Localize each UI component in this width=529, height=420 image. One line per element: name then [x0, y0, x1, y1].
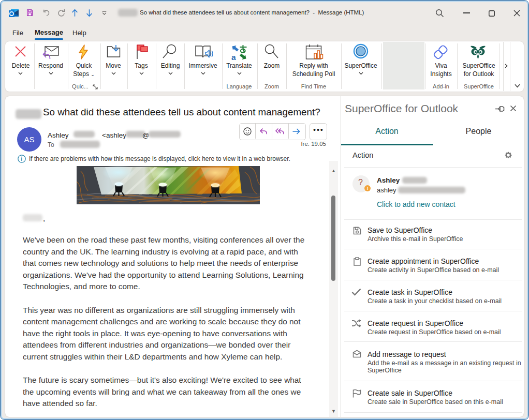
svg-text:a: a — [231, 53, 236, 61]
